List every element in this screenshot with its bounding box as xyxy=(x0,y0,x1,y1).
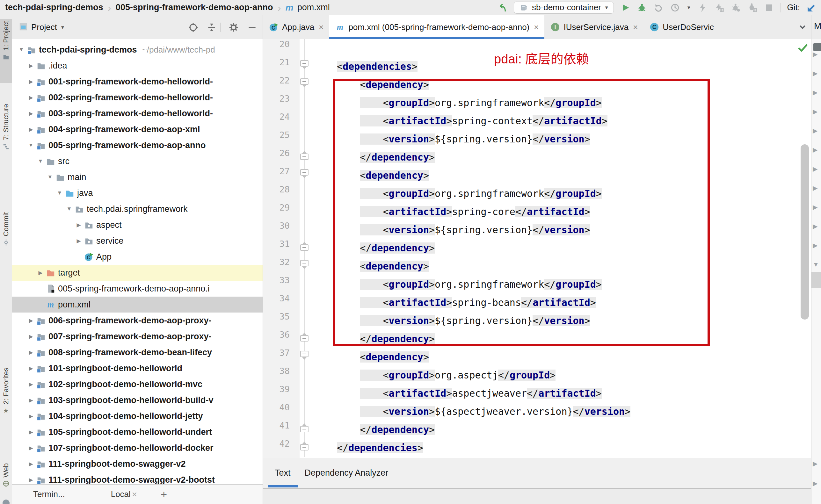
collapse-all-icon[interactable] xyxy=(206,22,217,33)
run-icon[interactable] xyxy=(620,2,630,13)
tree-expanded-arrow-icon[interactable]: ▼ xyxy=(26,142,36,148)
stripe-structure-button[interactable]: 7: Structure xyxy=(0,102,12,185)
tree-item[interactable]: ▶002-spring-framework-demo-helloworld- xyxy=(12,90,263,105)
tree-item[interactable]: ▶006-spring-framework-demo-aop-proxy- xyxy=(12,313,263,328)
tree-item[interactable]: CApp xyxy=(12,249,263,265)
coverage-icon[interactable] xyxy=(653,2,664,13)
close-icon[interactable]: × xyxy=(633,22,638,32)
project-tree[interactable]: ▼tech-pdai-spring-demos~/pdai/www/tech-p… xyxy=(12,39,263,484)
collapsed-arrow-icon[interactable]: ▶ xyxy=(813,460,817,467)
fold-marker-end[interactable] xyxy=(299,442,309,450)
tree-collapsed-arrow-icon[interactable]: ▶ xyxy=(26,365,36,372)
tree-collapsed-arrow-icon[interactable]: ▶ xyxy=(36,270,45,276)
breadcrumb-project[interactable]: tech-pdai-spring-demos xyxy=(5,3,103,12)
tree-collapsed-arrow-icon[interactable]: ▶ xyxy=(26,349,36,356)
editor-tab-userdoservic[interactable]: CUserDoServic xyxy=(644,15,794,39)
fold-marker-end[interactable] xyxy=(299,333,309,342)
tree-collapsed-arrow-icon[interactable]: ▶ xyxy=(26,381,36,388)
profiler-icon[interactable] xyxy=(670,2,680,13)
fold-marker-start[interactable] xyxy=(299,260,309,269)
tree-collapsed-arrow-icon[interactable]: ▶ xyxy=(26,413,36,420)
tree-item[interactable]: ▶105-springboot-demo-helloworld-undert xyxy=(12,424,263,440)
collapsed-arrow-icon[interactable]: ▶ xyxy=(813,127,817,134)
collapsed-arrow-icon[interactable]: ▶ xyxy=(813,89,817,96)
gear-icon[interactable] xyxy=(228,22,239,33)
tree-collapsed-arrow-icon[interactable]: ▶ xyxy=(26,110,36,117)
hidden-tabs-chevron-icon[interactable] xyxy=(794,15,811,39)
close-icon[interactable]: × xyxy=(132,489,137,500)
right-panel-tool-icon[interactable] xyxy=(813,43,821,51)
fold-marker-end[interactable] xyxy=(299,151,309,160)
tree-expanded-arrow-icon[interactable]: ▼ xyxy=(17,47,26,53)
breadcrumb-file[interactable]: pom.xml xyxy=(297,3,330,12)
tree-item[interactable]: 005-spring-framework-demo-aop-anno.i xyxy=(12,281,263,297)
git-update-icon[interactable] xyxy=(806,2,817,13)
fold-marker-start[interactable] xyxy=(299,60,309,69)
tree-item[interactable]: ▶aspect xyxy=(12,217,263,233)
fold-marker-start[interactable] xyxy=(299,78,309,87)
tree-item[interactable]: ▶target xyxy=(12,265,263,281)
collapsed-arrow-icon[interactable]: ▶ xyxy=(813,204,817,210)
tab-dependency-analyzer[interactable]: Dependency Analyzer xyxy=(298,458,395,488)
close-icon[interactable]: × xyxy=(319,22,323,32)
collapsed-arrow-icon[interactable]: ▶ xyxy=(813,166,817,172)
project-panel-title[interactable]: Project xyxy=(31,22,57,32)
tree-item[interactable]: ▶004-spring-framework-demo-aop-xml xyxy=(12,121,263,137)
locate-file-icon[interactable] xyxy=(188,22,198,33)
expanded-arrow-icon[interactable]: ▼ xyxy=(813,261,819,268)
tree-item[interactable]: ▶003-spring-framework-demo-helloworld- xyxy=(12,105,263,121)
stripe-web-button[interactable]: Web xyxy=(0,461,12,501)
tree-item[interactable]: ▶102-springboot-demo-helloworld-mvc xyxy=(12,376,263,392)
stripe-project-button[interactable]: 1: Project xyxy=(0,19,12,83)
collapsed-arrow-icon[interactable]: ▶ xyxy=(813,70,817,76)
tree-item[interactable]: ▶service xyxy=(12,233,263,249)
editor-tab-pom.xml[interactable]: mpom.xml (005-spring-framework-demo-aop-… xyxy=(329,15,544,39)
tree-expanded-arrow-icon[interactable]: ▼ xyxy=(55,190,64,196)
tree-item[interactable]: ▼tech.pdai.springframework xyxy=(12,201,263,217)
collapsed-arrow-icon[interactable]: ▶ xyxy=(813,108,817,115)
tree-item[interactable]: ▼tech-pdai-spring-demos~/pdai/www/tech-p… xyxy=(12,42,263,58)
tree-collapsed-arrow-icon[interactable]: ▶ xyxy=(26,317,36,324)
tree-collapsed-arrow-icon[interactable]: ▶ xyxy=(26,333,36,340)
tree-item[interactable]: ▶001-spring-framework-demo-helloworld- xyxy=(12,74,263,90)
tree-collapsed-arrow-icon[interactable]: ▶ xyxy=(26,94,36,101)
tree-item[interactable]: ▶111-springboot-demo-swagger-v2 xyxy=(12,456,263,472)
editor-tab-iuserservice.java[interactable]: IIUserService.java× xyxy=(544,15,644,39)
tree-item[interactable]: ▶111-springboot-demo-swagger-v2-bootst xyxy=(12,472,263,484)
tree-collapsed-arrow-icon[interactable]: ▶ xyxy=(26,397,36,404)
right-panel-selected-row[interactable] xyxy=(811,272,821,288)
tree-collapsed-arrow-icon[interactable]: ▶ xyxy=(26,62,36,69)
tree-item[interactable]: ▶107-springboot-demo-helloworld-docker xyxy=(12,440,263,456)
stripe-commit-button[interactable]: Commit xyxy=(0,210,12,269)
tree-item[interactable]: ▼main xyxy=(12,169,263,185)
hide-panel-icon[interactable] xyxy=(247,22,257,33)
tree-collapsed-arrow-icon[interactable]: ▶ xyxy=(26,78,36,85)
tree-expanded-arrow-icon[interactable]: ▼ xyxy=(64,206,74,212)
tree-item[interactable]: ▼005-spring-framework-demo-aop-anno xyxy=(12,137,263,153)
stripe-favorites-button[interactable]: 2: Favorites ★ xyxy=(0,366,12,444)
right-panel-body[interactable]: ▶▶▶▶▶▶▶▶▶▶▶▼▶▶ xyxy=(811,39,821,504)
collapsed-arrow-icon[interactable]: ▶ xyxy=(813,480,817,486)
breadcrumb-module[interactable]: 005-spring-framework-demo-aop-anno xyxy=(116,3,273,12)
close-icon[interactable]: × xyxy=(534,22,539,32)
code-editor[interactable]: 2021<dependencies>22 <dependency>23 <gro… xyxy=(263,39,811,458)
tree-item[interactable]: ▶007-spring-framework-demo-aop-proxy- xyxy=(12,328,263,344)
tree-item[interactable]: ▼src xyxy=(12,153,263,169)
tree-item[interactable]: mpom.xml xyxy=(12,297,263,313)
tab-text[interactable]: Text xyxy=(268,458,298,488)
inspection-ok-icon[interactable] xyxy=(797,42,809,55)
tree-collapsed-arrow-icon[interactable]: ▶ xyxy=(26,477,36,483)
tree-collapsed-arrow-icon[interactable]: ▶ xyxy=(26,445,36,451)
terminal-local-tab[interactable]: Local × xyxy=(111,489,137,500)
add-tab-icon[interactable]: + xyxy=(161,488,167,500)
collapsed-arrow-icon[interactable]: ▶ xyxy=(813,242,817,248)
profiler-chevron-down-icon[interactable]: ▼ xyxy=(687,5,691,10)
tree-collapsed-arrow-icon[interactable]: ▶ xyxy=(74,238,83,244)
tree-item[interactable]: ▶.idea xyxy=(12,58,263,74)
collapsed-arrow-icon[interactable]: ▶ xyxy=(813,185,817,191)
fold-marker-end[interactable] xyxy=(299,242,309,251)
tree-item[interactable]: ▶008-spring-framework-demo-bean-lifecy xyxy=(12,344,263,360)
chevron-down-icon[interactable]: ▼ xyxy=(60,25,65,30)
fold-marker-end[interactable] xyxy=(299,423,309,432)
collapsed-arrow-icon[interactable]: ▶ xyxy=(813,147,817,153)
